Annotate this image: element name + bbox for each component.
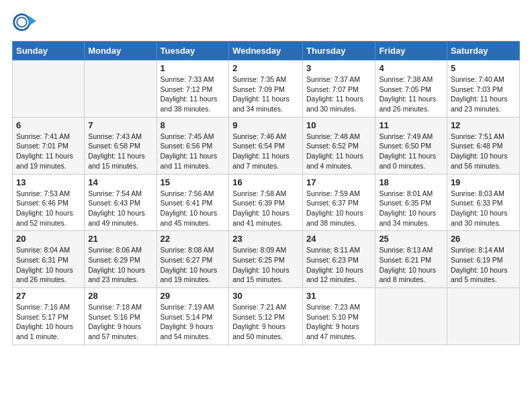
day-info: Sunrise: 7:53 AM Sunset: 6:46 PM Dayligh… <box>16 189 81 228</box>
weekday-header-wednesday: Wednesday <box>229 42 303 60</box>
calendar-cell: 16Sunrise: 7:58 AM Sunset: 6:39 PM Dayli… <box>229 174 303 231</box>
calendar-cell: 11Sunrise: 7:49 AM Sunset: 6:50 PM Dayli… <box>375 117 447 174</box>
day-info: Sunrise: 8:06 AM Sunset: 6:29 PM Dayligh… <box>88 245 152 285</box>
weekday-header-tuesday: Tuesday <box>157 42 229 60</box>
calendar-cell: 12Sunrise: 7:51 AM Sunset: 6:48 PM Dayli… <box>447 117 519 174</box>
calendar-cell <box>13 60 85 118</box>
weekday-header-thursday: Thursday <box>303 42 375 60</box>
day-info: Sunrise: 8:03 AM Sunset: 6:33 PM Dayligh… <box>451 189 516 228</box>
day-info: Sunrise: 7:38 AM Sunset: 7:05 PM Dayligh… <box>379 75 443 114</box>
day-number: 2 <box>232 63 299 73</box>
weekday-header-monday: Monday <box>85 42 157 60</box>
weekday-header-row: SundayMondayTuesdayWednesdayThursdayFrid… <box>13 42 520 60</box>
day-number: 23 <box>232 234 299 244</box>
day-number: 24 <box>306 234 371 244</box>
calendar-cell: 1Sunrise: 7:33 AM Sunset: 7:12 PM Daylig… <box>157 60 229 118</box>
day-number: 15 <box>161 177 226 187</box>
calendar-row-0: 1Sunrise: 7:33 AM Sunset: 7:12 PM Daylig… <box>13 60 520 118</box>
day-info: Sunrise: 7:23 AM Sunset: 5:10 PM Dayligh… <box>306 302 371 342</box>
calendar-row-4: 27Sunrise: 7:16 AM Sunset: 5:17 PM Dayli… <box>13 288 520 345</box>
calendar-cell: 30Sunrise: 7:21 AM Sunset: 5:12 PM Dayli… <box>229 288 303 345</box>
day-number: 5 <box>451 63 516 73</box>
day-number: 30 <box>232 291 299 301</box>
calendar-row-1: 6Sunrise: 7:41 AM Sunset: 7:01 PM Daylig… <box>13 117 520 174</box>
calendar-cell <box>85 60 157 118</box>
day-info: Sunrise: 7:37 AM Sunset: 7:07 PM Dayligh… <box>306 75 371 114</box>
day-number: 8 <box>161 120 226 130</box>
day-number: 12 <box>451 120 516 130</box>
day-number: 1 <box>161 63 226 73</box>
page: SundayMondayTuesdayWednesdayThursdayFrid… <box>0 0 532 355</box>
day-info: Sunrise: 7:56 AM Sunset: 6:41 PM Dayligh… <box>161 189 226 228</box>
calendar-cell: 29Sunrise: 7:19 AM Sunset: 5:14 PM Dayli… <box>157 288 229 345</box>
calendar-cell: 25Sunrise: 8:13 AM Sunset: 6:21 PM Dayli… <box>375 231 447 288</box>
weekday-header-sunday: Sunday <box>13 42 85 60</box>
day-number: 11 <box>379 120 443 130</box>
calendar-cell: 3Sunrise: 7:37 AM Sunset: 7:07 PM Daylig… <box>303 60 375 118</box>
svg-marker-2 <box>29 16 36 26</box>
calendar-cell <box>375 288 447 345</box>
weekday-header-saturday: Saturday <box>447 42 519 60</box>
day-info: Sunrise: 8:13 AM Sunset: 6:21 PM Dayligh… <box>379 245 443 285</box>
day-number: 10 <box>306 120 371 130</box>
svg-point-1 <box>17 17 26 27</box>
day-info: Sunrise: 8:01 AM Sunset: 6:35 PM Dayligh… <box>379 189 443 228</box>
day-number: 28 <box>88 291 152 301</box>
day-info: Sunrise: 7:43 AM Sunset: 6:58 PM Dayligh… <box>88 132 152 171</box>
calendar-cell: 8Sunrise: 7:45 AM Sunset: 6:56 PM Daylig… <box>157 117 229 174</box>
day-number: 9 <box>232 120 299 130</box>
calendar-cell: 14Sunrise: 7:54 AM Sunset: 6:43 PM Dayli… <box>85 174 157 231</box>
calendar-cell: 27Sunrise: 7:16 AM Sunset: 5:17 PM Dayli… <box>13 288 85 345</box>
day-info: Sunrise: 7:18 AM Sunset: 5:16 PM Dayligh… <box>88 302 152 342</box>
day-number: 14 <box>88 177 152 187</box>
day-number: 17 <box>306 177 371 187</box>
calendar-cell: 28Sunrise: 7:18 AM Sunset: 5:16 PM Dayli… <box>85 288 157 345</box>
day-number: 13 <box>16 177 81 187</box>
day-info: Sunrise: 8:14 AM Sunset: 6:19 PM Dayligh… <box>451 245 516 285</box>
day-number: 4 <box>379 63 443 73</box>
calendar-table: SundayMondayTuesdayWednesdayThursdayFrid… <box>12 41 520 345</box>
day-info: Sunrise: 7:49 AM Sunset: 6:50 PM Dayligh… <box>379 132 443 171</box>
logo-icon <box>12 10 36 34</box>
day-number: 22 <box>161 234 226 244</box>
calendar-cell: 13Sunrise: 7:53 AM Sunset: 6:46 PM Dayli… <box>13 174 85 231</box>
calendar-cell: 19Sunrise: 8:03 AM Sunset: 6:33 PM Dayli… <box>447 174 519 231</box>
calendar-cell: 18Sunrise: 8:01 AM Sunset: 6:35 PM Dayli… <box>375 174 447 231</box>
day-info: Sunrise: 7:58 AM Sunset: 6:39 PM Dayligh… <box>232 189 299 228</box>
day-info: Sunrise: 8:08 AM Sunset: 6:27 PM Dayligh… <box>161 245 226 285</box>
day-info: Sunrise: 7:59 AM Sunset: 6:37 PM Dayligh… <box>306 189 371 228</box>
day-number: 19 <box>451 177 516 187</box>
calendar-row-3: 20Sunrise: 8:04 AM Sunset: 6:31 PM Dayli… <box>13 231 520 288</box>
day-number: 29 <box>161 291 226 301</box>
calendar-cell: 10Sunrise: 7:48 AM Sunset: 6:52 PM Dayli… <box>303 117 375 174</box>
day-info: Sunrise: 7:21 AM Sunset: 5:12 PM Dayligh… <box>232 302 299 342</box>
day-info: Sunrise: 7:19 AM Sunset: 5:14 PM Dayligh… <box>161 302 226 342</box>
calendar-cell: 4Sunrise: 7:38 AM Sunset: 7:05 PM Daylig… <box>375 60 447 118</box>
day-info: Sunrise: 7:54 AM Sunset: 6:43 PM Dayligh… <box>88 189 152 228</box>
calendar-cell: 20Sunrise: 8:04 AM Sunset: 6:31 PM Dayli… <box>13 231 85 288</box>
day-info: Sunrise: 7:40 AM Sunset: 7:03 PM Dayligh… <box>451 75 516 114</box>
day-number: 18 <box>379 177 443 187</box>
calendar-cell: 17Sunrise: 7:59 AM Sunset: 6:37 PM Dayli… <box>303 174 375 231</box>
calendar-cell: 26Sunrise: 8:14 AM Sunset: 6:19 PM Dayli… <box>447 231 519 288</box>
header <box>12 10 520 34</box>
day-number: 26 <box>451 234 516 244</box>
day-info: Sunrise: 7:41 AM Sunset: 7:01 PM Dayligh… <box>16 132 81 171</box>
calendar-cell: 22Sunrise: 8:08 AM Sunset: 6:27 PM Dayli… <box>157 231 229 288</box>
day-info: Sunrise: 7:33 AM Sunset: 7:12 PM Dayligh… <box>161 75 226 114</box>
day-info: Sunrise: 8:04 AM Sunset: 6:31 PM Dayligh… <box>16 245 81 285</box>
day-info: Sunrise: 7:45 AM Sunset: 6:56 PM Dayligh… <box>161 132 226 171</box>
calendar-cell: 5Sunrise: 7:40 AM Sunset: 7:03 PM Daylig… <box>447 60 519 118</box>
calendar-cell: 31Sunrise: 7:23 AM Sunset: 5:10 PM Dayli… <box>303 288 375 345</box>
day-info: Sunrise: 7:46 AM Sunset: 6:54 PM Dayligh… <box>232 132 299 171</box>
calendar-cell: 24Sunrise: 8:11 AM Sunset: 6:23 PM Dayli… <box>303 231 375 288</box>
day-info: Sunrise: 8:09 AM Sunset: 6:25 PM Dayligh… <box>232 245 299 285</box>
day-number: 7 <box>88 120 152 130</box>
day-number: 20 <box>16 234 81 244</box>
calendar-row-2: 13Sunrise: 7:53 AM Sunset: 6:46 PM Dayli… <box>13 174 520 231</box>
day-number: 31 <box>306 291 371 301</box>
day-info: Sunrise: 7:35 AM Sunset: 7:09 PM Dayligh… <box>232 75 299 114</box>
day-number: 3 <box>306 63 371 73</box>
calendar-cell: 7Sunrise: 7:43 AM Sunset: 6:58 PM Daylig… <box>85 117 157 174</box>
day-info: Sunrise: 8:11 AM Sunset: 6:23 PM Dayligh… <box>306 245 371 285</box>
